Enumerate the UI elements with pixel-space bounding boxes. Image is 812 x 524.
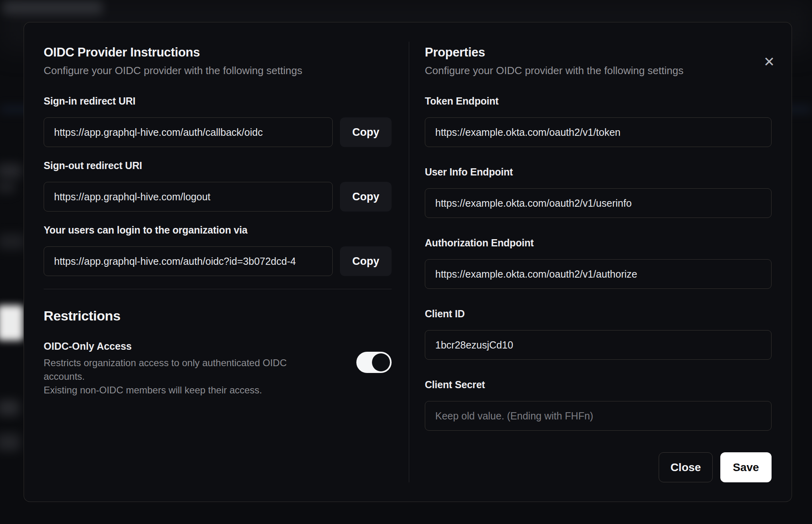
oidc-only-access-row: OIDC-Only Access Restricts organization … [44,341,392,397]
user-info-endpoint-input[interactable] [425,188,772,218]
authorization-endpoint-label: Authorization Endpoint [425,237,772,249]
properties-column: Properties Configure your OIDC provider … [425,45,772,482]
oidc-provider-dialog: ✕ OIDC Provider Instructions Configure y… [24,22,792,502]
oidc-only-access-label: OIDC-Only Access [44,341,324,352]
organization-login-uri-label: Your users can login to the organization… [44,224,392,236]
close-icon[interactable]: ✕ [761,54,777,70]
properties-subtitle: Configure your OIDC provider with the fo… [425,64,772,77]
organization-login-uri-input[interactable] [44,246,333,276]
sign-out-redirect-uri-label: Sign-out redirect URI [44,160,392,171]
sign-in-redirect-uri-row: Copy [44,117,392,147]
copy-sign-out-uri-button[interactable]: Copy [340,182,392,212]
save-button[interactable]: Save [720,452,772,482]
authorization-endpoint-input[interactable] [425,259,772,289]
oidc-only-access-description: Restricts organization access to only au… [44,356,324,397]
backdrop-blur-text [0,400,19,416]
backdrop-blur-logo [2,1,103,14]
client-secret-label: Client Secret [425,379,772,391]
oidc-only-access-text: OIDC-Only Access Restricts organization … [44,341,324,397]
instructions-title: OIDC Provider Instructions [44,45,392,60]
copy-login-uri-button[interactable]: Copy [340,246,392,276]
client-id-label: Client ID [425,308,772,320]
backdrop-blur-text [0,163,22,179]
user-info-endpoint-field: User Info Endpoint [425,166,772,218]
authorization-endpoint-field: Authorization Endpoint [425,237,772,289]
description-line-1: Restricts organization access to only au… [44,357,287,382]
token-endpoint-input[interactable] [425,117,772,147]
page-background: { "modal": { "close_icon": "✕", "left": … [0,0,812,524]
client-secret-input[interactable] [425,401,772,431]
toggle-thumb [372,353,390,371]
dialog-actions: Close Save [425,452,772,482]
description-line-2: Existing non-OIDC members will keep thei… [44,385,262,395]
copy-sign-in-uri-button[interactable]: Copy [340,117,392,147]
instructions-column: OIDC Provider Instructions Configure you… [44,45,392,482]
client-secret-field: Client Secret [425,379,772,431]
user-info-endpoint-label: User Info Endpoint [425,166,772,178]
instructions-subtitle: Configure your OIDC provider with the fo… [44,64,392,77]
backdrop-blur-white-box [0,305,23,341]
client-id-input[interactable] [425,330,772,360]
close-button[interactable]: Close [659,452,713,482]
column-divider [409,42,409,482]
client-id-field: Client ID [425,308,772,360]
properties-title: Properties [425,45,772,60]
sign-out-redirect-uri-input[interactable] [44,182,333,212]
sign-out-redirect-uri-row: Copy [44,182,392,212]
token-endpoint-field: Token Endpoint [425,95,772,147]
organization-login-uri-row: Copy [44,246,392,276]
sign-in-redirect-uri-input[interactable] [44,117,333,147]
sign-in-redirect-uri-label: Sign-in redirect URI [44,95,392,107]
token-endpoint-label: Token Endpoint [425,95,772,107]
section-divider [44,289,392,289]
restrictions-title: Restrictions [44,308,392,324]
backdrop-blur-text [0,433,20,451]
oidc-only-access-toggle[interactable] [356,352,392,373]
backdrop-blur-text [0,181,15,193]
backdrop-blur-text [0,234,25,250]
